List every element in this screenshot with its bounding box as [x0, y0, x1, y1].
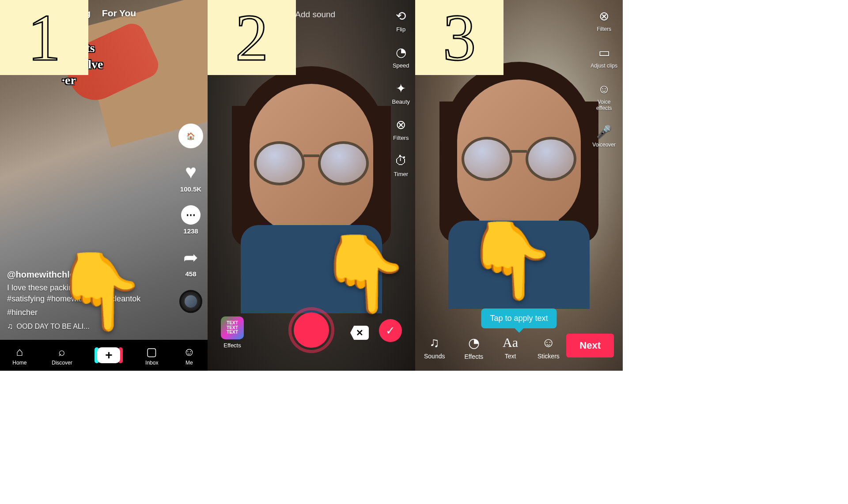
flip-icon: ⟲ — [396, 9, 406, 23]
filters-edit-button[interactable]: ⊗ Filters — [591, 9, 617, 32]
camera-tools-rail: ⟲ Flip ◔ Speed ✦ Beauty ⊗ Filters ⏱ Time… — [392, 9, 410, 177]
like-count: 100.5K — [180, 185, 201, 193]
nav-me[interactable]: ☺ Me — [183, 345, 195, 366]
mic-icon: 🎤 — [596, 124, 612, 139]
camera-preview-face — [236, 66, 386, 252]
panel-camera: 2 Add sound ⟲ Flip ◔ Speed ✦ Beauty ⊗ Fi… — [208, 0, 415, 371]
comment-icon: ⋯ — [181, 205, 201, 225]
nav-discover[interactable]: ⌕ Discover — [52, 345, 72, 366]
timer-icon: ⏱ — [395, 154, 407, 168]
sticker-icon: ☺ — [542, 335, 556, 350]
nav-inbox[interactable]: ▢ Inbox — [145, 345, 158, 366]
inbox-icon: ▢ — [146, 345, 157, 359]
delete-clip-button[interactable]: ✕ — [350, 326, 369, 340]
heart-icon: ♥ — [185, 161, 197, 183]
nav-home[interactable]: ⌂ Home — [12, 345, 26, 366]
search-icon: ⌕ — [58, 345, 65, 359]
panel-feed: 1 ving For You now, a-nuts dissolve ·er … — [0, 0, 208, 371]
clock-icon: ◔ — [468, 335, 480, 350]
creator-avatar[interactable]: 🏠 — [178, 124, 203, 148]
tab-for-you[interactable]: For You — [102, 8, 136, 18]
record-icon — [294, 312, 329, 348]
voiceover-button[interactable]: 🎤 Voiceover — [591, 124, 617, 148]
step-number: 1 — [28, 0, 61, 75]
pointer-hand-icon: 👇 — [317, 229, 411, 318]
confirm-button[interactable]: ✓ — [379, 319, 402, 342]
edit-bottom-bar: ♫ Sounds ◔ Effects Aa Text ☺ Stickers — [424, 335, 560, 360]
text-tooltip: Tap to apply text — [481, 308, 556, 328]
voice-effects-button[interactable]: ☺ Voice effects — [591, 82, 617, 111]
stickers-button[interactable]: ☺ Stickers — [538, 335, 560, 360]
step-number: 2 — [235, 0, 269, 75]
spinning-disc[interactable] — [179, 290, 202, 313]
step-number: 3 — [443, 0, 476, 75]
effects-button[interactable]: ◔ Effects — [464, 335, 483, 360]
timer-button[interactable]: ⏱ Timer — [392, 154, 410, 177]
filters-button[interactable]: ⊗ Filters — [392, 117, 410, 141]
beauty-button[interactable]: ✦ Beauty — [392, 81, 410, 105]
step-badge-3: 3 — [415, 0, 504, 75]
wand-icon: ✦ — [396, 81, 406, 96]
speed-button[interactable]: ◔ Speed — [392, 45, 410, 69]
next-button[interactable]: Next — [566, 334, 614, 357]
plus-icon: + — [105, 348, 112, 362]
text-icon: Aa — [503, 335, 518, 350]
step-badge-1: 1 — [0, 0, 88, 75]
check-icon: ✓ — [386, 324, 395, 338]
edit-tools-rail: ⊗ Filters ▭ Adjust clips ☺ Voice effects… — [591, 9, 617, 148]
adjust-icon: ▭ — [598, 45, 610, 60]
voice-effects-icon: ☺ — [598, 82, 610, 96]
nav-create-button[interactable]: + — [97, 347, 120, 363]
speed-icon: ◔ — [396, 45, 406, 60]
flip-camera-button[interactable]: ⟲ Flip — [392, 9, 410, 33]
bottom-nav: ⌂ Home ⌕ Discover + ▢ Inbox ☺ Me — [0, 340, 208, 371]
disc-icon — [179, 290, 202, 313]
adjust-clips-button[interactable]: ▭ Adjust clips — [591, 45, 617, 69]
share-icon: ➦ — [183, 247, 198, 267]
avatar-icon: 🏠 — [178, 124, 203, 148]
pointer-hand-icon: 👇 — [53, 247, 147, 335]
music-icon: ♫ — [429, 335, 439, 350]
engagement-rail: 🏠 ♥ 100.5K ⋯ 1238 ➦ 458 — [178, 124, 203, 313]
like-button[interactable]: ♥ 100.5K — [180, 161, 201, 193]
filters-icon: ⊗ — [599, 9, 609, 23]
share-count: 458 — [185, 270, 196, 278]
filters-icon: ⊗ — [396, 117, 406, 132]
pointer-hand-icon: 👇 — [464, 216, 557, 305]
panel-edit: 3 ⊗ Filters ▭ Adjust clips ☺ Voice effec… — [415, 0, 623, 371]
effects-tile-icon: TEXT TEXT TEXT — [221, 316, 244, 339]
profile-icon: ☺ — [183, 345, 195, 359]
comment-button[interactable]: ⋯ 1238 — [181, 205, 201, 235]
share-button[interactable]: ➦ 458 — [183, 247, 198, 278]
home-icon: ⌂ — [16, 345, 23, 359]
effects-button[interactable]: TEXT TEXT TEXT Effects — [221, 316, 244, 349]
backspace-icon: ✕ — [356, 327, 363, 338]
step-badge-2: 2 — [208, 0, 296, 75]
comment-count: 1238 — [183, 227, 198, 235]
sounds-button[interactable]: ♫ Sounds — [424, 335, 445, 360]
text-button[interactable]: Aa Text — [503, 335, 518, 360]
